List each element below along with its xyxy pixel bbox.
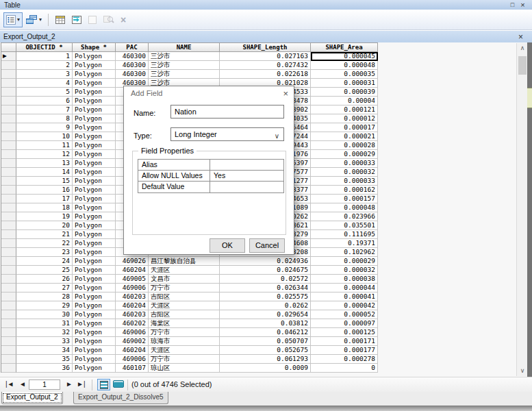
cell-id[interactable]: 34 <box>16 346 73 355</box>
row-selector[interactable] <box>1 292 16 301</box>
cell-shape[interactable]: Polygon <box>73 275 116 284</box>
column-header-shape[interactable]: Shape * <box>73 42 116 52</box>
cell-pac[interactable]: 460107 <box>116 364 149 373</box>
table-options-button[interactable]: ▾ <box>3 12 23 27</box>
cell-area[interactable]: 0.000045 <box>311 52 378 61</box>
vertical-scrollbar[interactable]: ∧ ∨ <box>516 43 527 376</box>
scrollbar-thumb[interactable] <box>518 56 527 75</box>
cell-id[interactable]: 19 <box>16 212 73 221</box>
select-all-corner[interactable] <box>1 42 16 52</box>
cell-area[interactable]: 0.000121 <box>311 105 378 114</box>
cell-len[interactable]: 0.02572 <box>220 275 311 284</box>
cell-id[interactable]: 35 <box>16 355 73 364</box>
row-selector[interactable] <box>1 364 16 373</box>
type-select[interactable]: Long Integer ∨ <box>170 127 284 141</box>
dialog-close-icon[interactable]: × <box>283 88 288 99</box>
zoom-to-selected-button[interactable] <box>100 12 118 27</box>
cell-len[interactable]: 0.025575 <box>220 292 311 301</box>
property-value[interactable] <box>210 160 283 170</box>
cell-shape[interactable]: Polygon <box>73 105 116 114</box>
row-selector[interactable] <box>1 239 16 248</box>
row-selector[interactable] <box>1 230 16 239</box>
float-window-icon[interactable]: □ <box>507 1 518 9</box>
close-table-icon[interactable]: × <box>518 32 529 42</box>
cell-id[interactable]: 24 <box>16 257 73 266</box>
first-record-icon[interactable]: |◄ <box>5 380 14 388</box>
cell-len[interactable]: 0.046212 <box>220 328 311 337</box>
column-header-area[interactable]: SHAPE_Area <box>311 42 378 52</box>
cell-area[interactable]: 0.000017 <box>311 123 378 132</box>
cell-len[interactable]: 0.024936 <box>220 257 311 266</box>
property-value[interactable]: Yes <box>210 171 283 181</box>
cell-id[interactable]: 29 <box>16 301 73 310</box>
cell-shape[interactable]: Polygon <box>73 257 116 266</box>
cell-shape[interactable]: Polygon <box>73 141 116 150</box>
cell-id[interactable]: 13 <box>16 159 73 168</box>
cell-shape[interactable]: Polygon <box>73 97 116 105</box>
cell-id[interactable]: 1 <box>16 52 73 61</box>
cell-area[interactable]: 0.000125 <box>311 328 378 337</box>
cell-id[interactable]: 18 <box>16 203 73 212</box>
cell-id[interactable]: 14 <box>16 168 73 177</box>
cell-area[interactable]: 0.000021 <box>311 132 378 141</box>
row-selector[interactable] <box>1 266 16 275</box>
cell-area[interactable]: 0.000028 <box>311 141 378 150</box>
cell-id[interactable]: 36 <box>16 364 73 373</box>
cell-area[interactable]: 0.000097 <box>311 319 378 328</box>
cell-id[interactable]: 3 <box>16 70 73 79</box>
cell-area[interactable]: 0.000032 <box>311 168 378 177</box>
row-selector[interactable] <box>1 328 16 337</box>
cell-area[interactable]: 0.000033 <box>311 159 378 168</box>
previous-record-icon[interactable]: ◄ <box>19 380 26 388</box>
cell-area[interactable]: 0.00004 <box>311 97 378 105</box>
cell-name[interactable]: 琼海市 <box>149 337 220 346</box>
delete-selected-icon[interactable]: × <box>118 14 129 25</box>
cell-id[interactable]: 27 <box>16 284 73 292</box>
cell-shape[interactable]: Polygon <box>73 284 116 292</box>
column-header-len[interactable]: SHAPE_Length <box>220 42 311 52</box>
cell-area[interactable]: 0.023966 <box>311 212 378 221</box>
cell-len[interactable]: 0.029654 <box>220 310 311 319</box>
cell-id[interactable]: 11 <box>16 141 73 150</box>
cell-shape[interactable]: Polygon <box>73 177 116 186</box>
row-selector[interactable] <box>1 248 16 257</box>
cell-id[interactable]: 10 <box>16 132 73 141</box>
cell-shape[interactable]: Polygon <box>73 266 116 275</box>
cell-id[interactable]: 12 <box>16 150 73 159</box>
record-number-input[interactable]: 1 <box>29 379 60 390</box>
cell-shape[interactable]: Polygon <box>73 52 116 61</box>
cell-shape[interactable]: Polygon <box>73 88 116 97</box>
show-all-records-button[interactable] <box>97 379 110 390</box>
cell-area[interactable]: 0.000032 <box>311 266 378 275</box>
cell-shape[interactable]: Polygon <box>73 248 116 257</box>
cell-id[interactable]: 23 <box>16 248 73 257</box>
cell-area[interactable]: 0.000041 <box>311 292 378 301</box>
cell-len[interactable]: 0.050707 <box>220 337 311 346</box>
cell-pac[interactable]: 460300 <box>116 52 149 61</box>
cell-pac[interactable]: 460203 <box>116 310 149 319</box>
cell-len[interactable]: 0.022618 <box>220 70 311 79</box>
last-record-icon[interactable]: ►| <box>77 380 86 388</box>
cell-shape[interactable]: Polygon <box>73 114 116 123</box>
cell-shape[interactable]: Polygon <box>73 364 116 373</box>
name-input[interactable]: Nation <box>170 105 284 119</box>
row-selector[interactable] <box>1 221 16 230</box>
row-selector[interactable]: ▶ <box>1 52 16 61</box>
cell-name[interactable]: 昌江黎族自治县 <box>149 257 220 266</box>
column-header-pac[interactable]: PAC <box>116 42 149 52</box>
cell-id[interactable]: 21 <box>16 230 73 239</box>
cell-area[interactable]: 0.000042 <box>311 301 378 310</box>
cell-shape[interactable]: Polygon <box>73 221 116 230</box>
scroll-down-icon[interactable]: ∨ <box>517 366 528 376</box>
cell-id[interactable]: 33 <box>16 337 73 346</box>
row-selector[interactable] <box>1 195 16 203</box>
row-selector[interactable] <box>1 186 16 195</box>
cell-pac[interactable]: 460300 <box>116 61 149 70</box>
row-selector[interactable] <box>1 355 16 364</box>
cell-shape[interactable]: Polygon <box>73 70 116 79</box>
cell-area[interactable]: 0.000039 <box>311 88 378 97</box>
cell-pac[interactable]: 469006 <box>116 355 149 364</box>
cell-shape[interactable]: Polygon <box>73 168 116 177</box>
cell-id[interactable]: 30 <box>16 310 73 319</box>
cell-id[interactable]: 32 <box>16 328 73 337</box>
